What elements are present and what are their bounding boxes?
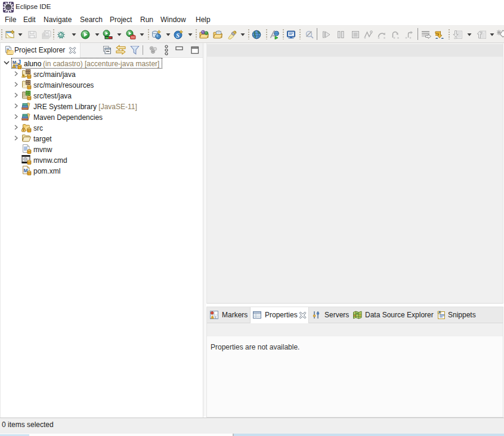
svg-text:M: M <box>13 60 16 65</box>
svg-text:M: M <box>23 168 27 174</box>
svg-text:S: S <box>176 32 180 39</box>
